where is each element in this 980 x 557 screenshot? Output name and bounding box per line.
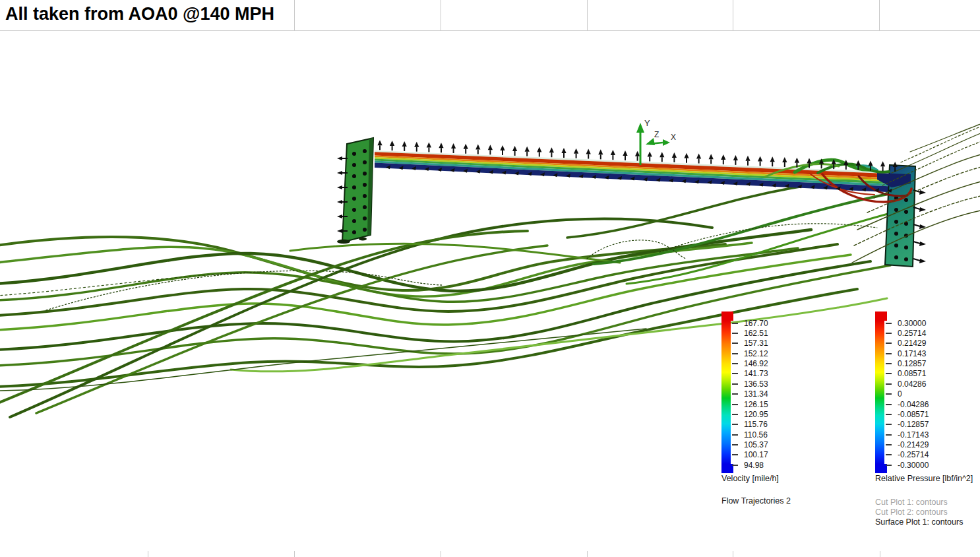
- coordinate-triad: Y Z X: [636, 118, 676, 165]
- scale-tick-row: 162.51: [732, 328, 768, 338]
- scale-tick-row: 126.15: [732, 399, 768, 409]
- tick-mark: [732, 393, 738, 395]
- scale-tick-row: 100.17: [732, 450, 768, 460]
- scale-tick-row: 115.76: [732, 420, 768, 430]
- scale-value: 0.17143: [898, 349, 926, 358]
- scale-tick-row: 0.17143: [886, 348, 929, 358]
- scale-value: 0.25714: [898, 329, 926, 338]
- triad-x-label: X: [671, 133, 676, 142]
- wing: [375, 150, 911, 193]
- flow-trajectories-caption: Flow Trajectories 2: [721, 496, 791, 506]
- tick-mark: [732, 404, 738, 405]
- tick-mark: [732, 434, 738, 436]
- scale-value: -0.25714: [898, 450, 929, 459]
- pressure-legend: 0.300000.257140.214290.171430.128570.085…: [875, 311, 887, 473]
- tick-mark: [732, 424, 738, 425]
- tick-mark: [732, 465, 738, 466]
- scale-tick-row: 131.34: [732, 389, 768, 399]
- scale-tick-row: 0.08571: [886, 369, 929, 379]
- scale-tick-row: -0.08571: [886, 409, 929, 419]
- tick-mark: [886, 343, 892, 344]
- scale-tick-row: 167.70: [732, 318, 768, 328]
- x-axis-arrow: [663, 139, 670, 146]
- scale-value: 157.31: [744, 339, 768, 348]
- y-axis-arrow: [636, 123, 644, 133]
- scale-tick-row: -0.25714: [886, 450, 929, 460]
- scale-value: 136.53: [744, 379, 768, 389]
- scale-value: 131.34: [744, 389, 768, 399]
- scale-value: 110.56: [744, 430, 768, 440]
- scale-value: 0.08571: [898, 369, 926, 378]
- scale-value: 152.12: [744, 349, 768, 358]
- scale-value: -0.12857: [898, 420, 929, 429]
- scale-value: -0.08571: [898, 410, 929, 419]
- scale-tick-row: 0.30000: [886, 318, 929, 328]
- scale-tick-row: -0.12857: [886, 420, 929, 430]
- velocity-legend-label: Velocity [mile/h]: [721, 474, 779, 483]
- tick-mark: [886, 404, 892, 405]
- tick-mark: [732, 383, 738, 385]
- scale-value: 126.15: [744, 400, 768, 409]
- scale-tick-row: 141.73: [732, 369, 768, 379]
- scale-value: -0.04286: [898, 400, 929, 409]
- tick-mark: [732, 333, 738, 334]
- scale-value: 100.17: [744, 450, 768, 459]
- scale-value: 146.92: [744, 359, 768, 368]
- scale-tick-row: 136.53: [732, 379, 768, 389]
- plot-caption: Cut Plot 1: contours: [875, 498, 963, 508]
- scale-value: 0: [898, 389, 902, 399]
- scale-value: 0.30000: [898, 319, 926, 328]
- scale-value: -0.21429: [898, 440, 929, 449]
- tick-mark: [886, 353, 892, 354]
- scale-tick-row: 0.04286: [886, 379, 929, 389]
- scale-tick-row: -0.21429: [886, 440, 929, 449]
- scale-value: 0.04286: [898, 379, 926, 389]
- tick-mark: [886, 363, 892, 364]
- scale-tick-row: 105.37: [732, 440, 768, 449]
- scale-tick-row: 110.56: [732, 430, 768, 440]
- scale-tick-row: -0.30000: [886, 460, 929, 470]
- scale-tick-row: 157.31: [732, 339, 768, 348]
- plot-caption: Surface Plot 1: contours: [875, 517, 963, 527]
- streamlines-background: [0, 178, 913, 417]
- scale-tick-row: -0.04286: [886, 399, 929, 409]
- scale-tick-row: 0: [886, 389, 929, 399]
- scale-tick-row: 120.95: [732, 409, 768, 419]
- scale-value: 167.70: [744, 319, 768, 328]
- scale-value: 115.76: [744, 420, 768, 429]
- tick-mark: [886, 414, 892, 415]
- tick-mark: [732, 444, 738, 445]
- scale-tick-row: 0.25714: [886, 328, 929, 338]
- velocity-color-scale: [721, 321, 731, 464]
- tick-mark: [732, 373, 738, 374]
- tick-mark: [886, 454, 892, 455]
- scale-value: 162.51: [744, 329, 768, 338]
- plot-captions: Cut Plot 1: contoursCut Plot 2: contours…: [875, 498, 963, 527]
- tick-mark: [886, 434, 892, 436]
- velocity-legend: 167.70162.51157.31152.12146.92141.73136.…: [721, 311, 733, 473]
- scale-tick-row: 152.12: [732, 348, 768, 358]
- scale-value: 0.21429: [898, 339, 926, 348]
- scale-value: -0.30000: [898, 461, 929, 470]
- plot-caption: Cut Plot 2: contours: [875, 508, 963, 517]
- page-title: All taken from AOA0 @140 MPH: [5, 4, 274, 24]
- scale-tick-row: 146.92: [732, 358, 768, 368]
- tick-mark: [732, 414, 738, 415]
- tick-mark: [886, 444, 892, 445]
- scale-tick-row: 0.12857: [886, 358, 929, 368]
- triad-y-label: Y: [644, 118, 650, 128]
- tick-mark: [732, 363, 738, 364]
- scale-tick-row: 94.98: [732, 460, 768, 470]
- tick-mark: [732, 323, 738, 324]
- scale-value: -0.17143: [898, 430, 929, 440]
- scale-value: 141.73: [744, 369, 768, 378]
- tick-mark: [886, 383, 892, 385]
- tick-mark: [886, 465, 892, 466]
- tick-mark: [886, 424, 892, 425]
- flow-scene: Y Z X: [0, 0, 980, 557]
- page: { "title": "All taken from AOA0 @140 MPH…: [0, 0, 980, 557]
- scale-value: 120.95: [744, 410, 768, 419]
- scale-tick-row: 0.21429: [886, 339, 929, 348]
- pressure-scale-values: 0.300000.257140.214290.171430.128570.085…: [886, 318, 929, 470]
- tick-mark: [886, 323, 892, 324]
